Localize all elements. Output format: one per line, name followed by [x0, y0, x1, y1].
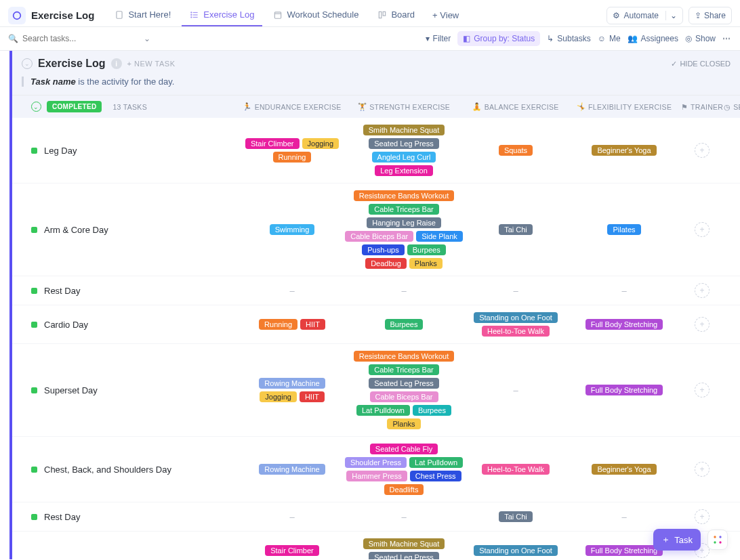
exercise-tag[interactable]: Heel-to-Toe Walk — [482, 326, 550, 337]
new-task-fab[interactable]: ＋ Task — [653, 529, 701, 551]
exercise-tag[interactable]: Beginner's Yoga — [592, 464, 656, 475]
exercise-tag[interactable]: Jogging — [302, 138, 340, 149]
filter-button[interactable]: ▾ Filter — [426, 34, 451, 43]
collapse-status-icon[interactable]: ⌄ — [31, 102, 41, 112]
task-name[interactable]: Superset Day — [44, 385, 98, 395]
tab-workout-schedule[interactable]: Workout Schedule — [265, 4, 367, 26]
exercise-tag[interactable]: Planks — [409, 258, 443, 269]
assign-trainer-button[interactable]: + — [695, 283, 710, 298]
status-square-icon[interactable] — [31, 288, 37, 294]
task-row[interactable]: Arm & Core DaySwimmingResistance Bands W… — [12, 184, 740, 276]
exercise-tag[interactable]: Hammer Press — [346, 471, 407, 481]
exercise-tag[interactable]: Side Plank — [416, 231, 463, 242]
exercise-tag[interactable]: Deadbug — [365, 258, 407, 269]
add-view-button[interactable]: + View — [426, 5, 466, 26]
search-dropdown-chevron-icon[interactable]: ⌄ — [144, 34, 150, 43]
task-row[interactable]: Rest Day––––+ — [12, 276, 740, 305]
exercise-tag[interactable]: HIIT — [300, 319, 325, 330]
exercise-tag[interactable]: Running — [273, 152, 312, 163]
assign-trainer-button[interactable]: + — [695, 317, 710, 332]
exercise-tag[interactable]: Smith Machine Squat — [363, 125, 445, 135]
exercise-tag[interactable]: Pilates — [607, 224, 640, 235]
chevron-down-icon[interactable]: ⌄ — [665, 11, 677, 20]
search-input[interactable] — [22, 34, 117, 43]
exercise-tag[interactable]: HIIT — [300, 391, 325, 402]
status-square-icon[interactable] — [31, 227, 37, 233]
exercise-tag[interactable]: Cable Triceps Bar — [369, 364, 438, 375]
exercise-tag[interactable]: Lat Pulldown — [409, 457, 463, 468]
exercise-tag[interactable]: Hanging Leg Raise — [367, 217, 441, 228]
group-by-pill[interactable]: ◧ Group by: Status — [457, 31, 540, 46]
col-ses[interactable]: ◷SES — [722, 103, 740, 111]
assign-trainer-button[interactable]: + — [695, 509, 710, 524]
exercise-tag[interactable]: Planks — [387, 418, 420, 429]
exercise-tag[interactable]: Rowing Machine — [259, 378, 325, 389]
exercise-tag[interactable]: Cable Triceps Bar — [369, 204, 438, 215]
exercise-tag[interactable]: Lat Pulldown — [356, 405, 410, 416]
tab-start-here[interactable]: Start Here! — [106, 4, 179, 26]
col-endurance[interactable]: 🏃ENDURANCE EXERCISE — [241, 102, 343, 111]
col-balance[interactable]: 🧘BALANCE EXERCISE — [465, 102, 567, 111]
exercise-tag[interactable]: Beginner's Yoga — [592, 145, 656, 156]
task-row[interactable]: Cardio DayRunningHIITBurpeesStanding on … — [12, 305, 740, 344]
task-row[interactable]: Stair ClimberSmith Machine SquatSeated L… — [12, 532, 740, 559]
exercise-tag[interactable]: Deadlifts — [384, 484, 424, 495]
exercise-tag[interactable]: Push-ups — [362, 244, 404, 255]
exercise-tag[interactable]: Running — [259, 319, 297, 330]
exercise-tag[interactable]: Standing on One Foot — [474, 312, 558, 323]
task-name[interactable]: Leg Day — [44, 146, 77, 156]
assignees-button[interactable]: 👥 Assignees — [628, 34, 678, 43]
assign-trainer-button[interactable]: + — [695, 222, 710, 237]
exercise-tag[interactable]: Burpees — [385, 319, 424, 330]
exercise-tag[interactable]: Swimming — [270, 224, 315, 235]
col-flexibility[interactable]: 🤸FLEXIBILITY EXERCISE — [567, 102, 682, 111]
exercise-tag[interactable]: Full Body Stretching — [585, 385, 663, 395]
exercise-tag[interactable]: Standing on One Foot — [474, 545, 558, 556]
me-button[interactable]: ☺ Me — [598, 34, 621, 43]
task-row[interactable]: Superset DayRowing MachineJoggingHIITRes… — [12, 344, 740, 437]
automate-button[interactable]: ⚙ Automate ⌄ — [607, 7, 683, 24]
exercise-tag[interactable]: Tai Chi — [499, 224, 533, 235]
tab-exercise-log[interactable]: Exercise Log — [182, 4, 262, 26]
status-chip[interactable]: COMPLETED — [47, 101, 102, 112]
task-row[interactable]: Rest Day––Tai Chi–+ — [12, 502, 740, 532]
exercise-tag[interactable]: Tai Chi — [499, 511, 533, 522]
exercise-tag[interactable]: Resistance Bands Workout — [354, 190, 454, 201]
exercise-tag[interactable]: Cable Biceps Bar — [345, 231, 413, 242]
task-name[interactable]: Rest Day — [44, 512, 80, 522]
assign-trainer-button[interactable]: + — [695, 143, 710, 158]
status-square-icon[interactable] — [31, 467, 37, 473]
exercise-tag[interactable]: Jogging — [260, 391, 297, 402]
exercise-tag[interactable]: Seated Cable Fly — [370, 444, 438, 454]
exercise-tag[interactable]: Burpees — [413, 405, 451, 416]
status-square-icon[interactable] — [31, 322, 37, 328]
search-box[interactable]: 🔍 — [8, 34, 137, 43]
new-task-button[interactable]: + NEW TASK — [127, 60, 176, 68]
status-square-icon[interactable] — [31, 387, 37, 393]
collapse-group-icon[interactable]: ⌄ — [22, 58, 33, 69]
more-menu-button[interactable]: ⋯ — [722, 34, 732, 43]
apps-fab[interactable] — [707, 530, 728, 550]
exercise-tag[interactable]: Resistance Bands Workout — [354, 351, 454, 362]
exercise-tag[interactable]: Stair Climber — [265, 545, 319, 556]
col-strength[interactable]: 🏋STRENGTH EXERCISE — [343, 102, 465, 111]
exercise-tag[interactable]: Squats — [499, 145, 533, 156]
exercise-tag[interactable]: Shoulder Press — [345, 457, 407, 468]
task-name[interactable]: Rest Day — [44, 286, 80, 296]
exercise-tag[interactable]: Angled Leg Curl — [372, 152, 436, 163]
exercise-tag[interactable]: Cable Biceps Bar — [370, 391, 438, 402]
exercise-tag[interactable]: Leg Extension — [375, 165, 433, 176]
exercise-tag[interactable]: Burpees — [407, 244, 446, 255]
exercise-tag[interactable]: Stair Climber — [245, 138, 300, 149]
show-button[interactable]: ◎ Show — [685, 34, 716, 43]
assign-trainer-button[interactable]: + — [695, 462, 710, 477]
task-name[interactable]: Cardio Day — [44, 320, 88, 330]
task-name[interactable]: Arm & Core Day — [44, 225, 108, 235]
exercise-tag[interactable]: Rowing Machine — [259, 464, 325, 475]
task-row[interactable]: Leg DayStair ClimberJoggingRunningSmith … — [12, 118, 740, 184]
task-name[interactable]: Chest, Back, and Shoulders Day — [44, 465, 171, 475]
exercise-tag[interactable]: Seated Leg Press — [369, 138, 438, 149]
exercise-tag[interactable]: Seated Leg Press — [369, 378, 438, 389]
exercise-tag[interactable]: Smith Machine Squat — [363, 538, 445, 549]
status-square-icon[interactable] — [31, 514, 37, 520]
